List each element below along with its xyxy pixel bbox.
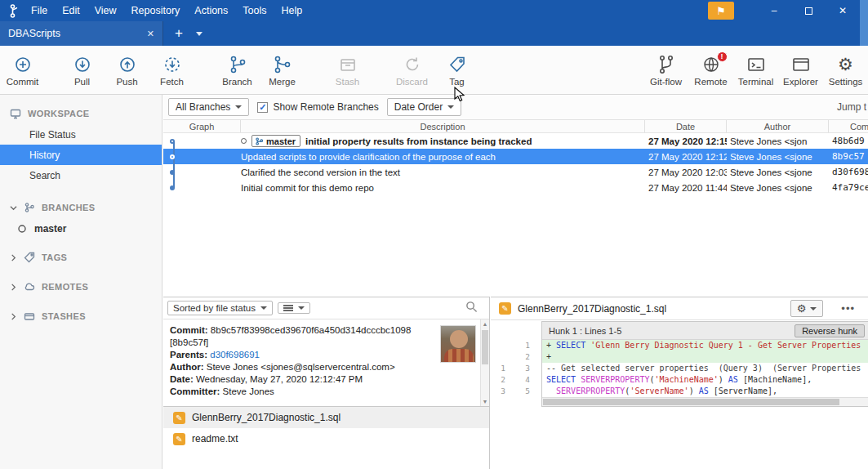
modified-file-icon: ✎ <box>173 412 185 424</box>
sidebar-section-tags[interactable]: TAGS <box>0 247 162 268</box>
minimize-icon: – <box>772 5 777 16</box>
menu-view[interactable]: View <box>87 0 124 21</box>
sidebar-section-stashes[interactable]: STASHES <box>0 306 162 327</box>
commit-hash: 8b9c57 <box>829 149 868 164</box>
column-header-graph[interactable]: Graph <box>163 120 241 133</box>
toolbar-label: Merge <box>269 77 296 87</box>
details-scrollbar[interactable]: ▲ ▼ <box>480 319 489 407</box>
adjacent-window-edge <box>860 0 868 46</box>
sidebar-item-search[interactable]: Search <box>0 165 162 185</box>
sidebar-item-file-status[interactable]: File Status <box>0 124 162 145</box>
head-indicator-icon <box>241 138 247 144</box>
tab-list-dropdown-icon[interactable] <box>196 32 203 36</box>
diff-horizontal-scrollbar[interactable] <box>542 397 868 406</box>
scroll-up-icon[interactable]: ▲ <box>481 319 489 329</box>
commit-description: initial property results from instance b… <box>305 136 532 146</box>
diff-line-added: + SELECT 'Glenn Berry Diagnostic Query 1… <box>542 340 868 351</box>
chevron-down-icon <box>447 105 454 109</box>
dropdown-value: All Branches <box>176 101 230 113</box>
show-remote-branches-checkbox[interactable]: ✓ Show Remote Branches <box>257 101 378 113</box>
toolbar-explorer[interactable]: Explorer <box>778 47 823 93</box>
table-row[interactable]: Initial commit for this demo repo 27 May… <box>163 180 868 195</box>
toolbar-remote[interactable]: ! Remote <box>688 47 733 93</box>
commit-hash: d30f698 <box>829 164 868 180</box>
menu-repository[interactable]: Repository <box>124 0 188 21</box>
changed-files-list: ✎ GlennBerry_2017Diagnostic_1.sql ✎ read… <box>163 406 489 469</box>
scrollbar-thumb[interactable] <box>543 399 839 405</box>
column-header-description[interactable]: Description <box>241 120 645 133</box>
commit-date: 27 May 2020 12:03 <box>645 164 727 180</box>
commit-parents-line: Parents: d30f698691 <box>170 349 441 361</box>
file-sort-dropdown[interactable]: Sorted by file status <box>167 301 273 315</box>
graph-node <box>170 139 175 144</box>
close-button[interactable]: ✕ <box>826 0 860 21</box>
list-item-file[interactable]: ✎ GlennBerry_2017Diagnostic_1.sql <box>163 407 489 428</box>
scrollbar-thumb[interactable] <box>482 330 488 364</box>
more-options-button[interactable]: ••• <box>841 302 855 315</box>
commit-author-line: Author: Steve Jones <sjones@sqlservercen… <box>170 361 441 373</box>
section-label: TAGS <box>42 252 67 262</box>
toolbar-merge[interactable]: Merge <box>260 47 305 93</box>
tags-icon <box>24 252 35 263</box>
parent-commit-link[interactable]: d30f698691 <box>210 350 260 360</box>
toolbar-label: Discard <box>396 77 428 87</box>
tab-close-icon[interactable]: ✕ <box>147 29 154 39</box>
menu-file[interactable]: File <box>24 0 55 21</box>
commit-description: Updated scripts to provide clarification… <box>241 152 496 162</box>
reverse-hunk-button[interactable]: Reverse hunk <box>795 324 865 337</box>
toolbar-push[interactable]: Push <box>105 47 149 93</box>
toolbar-commit[interactable]: Commit <box>0 47 45 93</box>
sidebar-section-branches[interactable]: BRANCHES <box>0 197 162 218</box>
toolbar-label: Remote <box>694 77 727 87</box>
checkbox-checked-icon: ✓ <box>257 102 268 113</box>
toolbar-label: Settings <box>829 77 863 87</box>
toolbar-label: Git-flow <box>650 77 682 87</box>
column-header-author[interactable]: Author <box>727 120 829 133</box>
branch-label: master <box>34 223 66 234</box>
menu-tools[interactable]: Tools <box>235 0 274 21</box>
notification-flag-button[interactable]: ⚑ <box>708 2 734 20</box>
column-header-commit[interactable]: Commit <box>829 120 868 133</box>
toolbar-terminal[interactable]: Terminal <box>733 47 778 93</box>
file-name: GlennBerry_2017Diagnostic_1.sql <box>192 412 341 423</box>
sidebar-item-history[interactable]: History <box>0 145 162 165</box>
toolbar-settings[interactable]: ⚙ Settings <box>823 47 868 93</box>
maximize-button[interactable] <box>791 0 826 21</box>
sidebar-branch-master[interactable]: master <box>0 218 162 239</box>
pull-icon <box>72 54 93 75</box>
toolbar-label: Stash <box>336 77 359 87</box>
menu-actions[interactable]: Actions <box>187 0 235 21</box>
toolbar-fetch[interactable]: Fetch <box>149 47 194 93</box>
menu-help[interactable]: Help <box>274 0 310 21</box>
toolbar-branch[interactable]: Branch <box>215 47 260 93</box>
toolbar-label: Commit <box>7 77 39 87</box>
branch-icon <box>255 136 264 146</box>
main-toolbar: Commit Pull Push Fetch Branch Merge Stas… <box>0 46 868 95</box>
sidebar-section-remotes[interactable]: REMOTES <box>0 276 162 297</box>
diff-options-dropdown[interactable]: ⚙ <box>790 300 824 317</box>
section-label: WORKSPACE <box>28 109 90 118</box>
commit-author: Steve Jones <sjon <box>727 133 829 149</box>
minimize-button[interactable]: – <box>757 0 791 21</box>
branches-filter-dropdown[interactable]: All Branches <box>168 98 249 116</box>
column-header-date[interactable]: Date <box>645 120 727 133</box>
table-row[interactable]: master initial property results from ins… <box>163 133 868 149</box>
diff-panel: ✎ GlennBerry_2017Diagnostic_1.sql ⚙ ••• … <box>491 297 868 469</box>
section-label: REMOTES <box>42 282 88 292</box>
menu-edit[interactable]: Edit <box>55 0 87 21</box>
list-item-file[interactable]: ✎ readme.txt <box>163 428 489 449</box>
toolbar-pull[interactable]: Pull <box>60 47 105 93</box>
sidebar: WORKSPACE File Status History Search BRA… <box>0 95 162 469</box>
toolbar-label: Push <box>116 77 137 87</box>
tab-dbascripts[interactable]: DBAScripts ✕ <box>0 21 163 46</box>
table-row[interactable]: Clarified the second version in the text… <box>163 164 868 180</box>
table-row-selected[interactable]: Updated scripts to provide clarification… <box>163 149 868 164</box>
dropdown-value: Date Order <box>394 101 443 113</box>
hunk-title: Hunk 1 : Lines 1-5 <box>549 326 621 336</box>
search-icon[interactable] <box>465 301 478 316</box>
new-tab-button[interactable]: + <box>175 21 183 46</box>
order-dropdown[interactable]: Date Order <box>387 98 461 116</box>
toolbar-gitflow[interactable]: Git-flow <box>643 47 688 93</box>
view-options-dropdown[interactable] <box>278 302 310 314</box>
merge-icon <box>272 54 293 75</box>
